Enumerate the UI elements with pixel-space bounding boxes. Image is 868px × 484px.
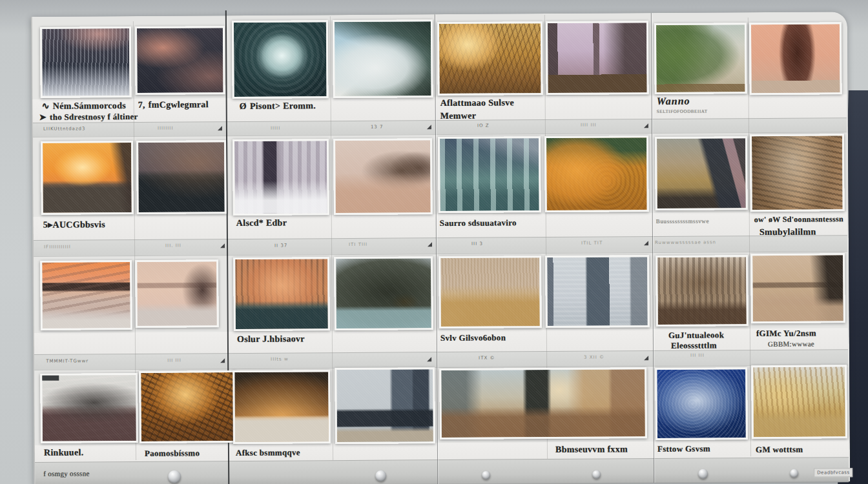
- photo-tag-chip: [42, 376, 59, 381]
- photo-caption: Paomosbíssmo: [145, 448, 200, 459]
- footer-text: IIIII: [271, 126, 280, 131]
- photo-thumbnail-sunset-snow-shore[interactable]: [40, 260, 132, 330]
- footer-text: ITI TIII: [349, 242, 367, 247]
- photo-caption: fGIMc Yu/2nsm: [756, 328, 816, 339]
- photo-thumbnail-industrial-chimney[interactable]: [546, 21, 649, 95]
- footer-text: TMMMIT-TGwwr: [46, 358, 88, 363]
- caption-text: tho Sdrestnosy f áltiner: [50, 112, 138, 122]
- footer-text: IIIIIIII: [158, 126, 174, 131]
- photo-caption: Memwer: [440, 111, 477, 121]
- corner-mark: [218, 126, 222, 130]
- photo-gallery-screen: ∿Ném.Sámmorcods ➤tho Sdrestnosy f áltine…: [0, 0, 868, 484]
- glyph-icon: 7,: [138, 100, 145, 110]
- photo-caption: Fsttow Gsvsm: [657, 444, 710, 455]
- pushpin[interactable]: [482, 471, 490, 479]
- footer-text: IFIIIIIIIIIII: [44, 245, 71, 250]
- photo-caption: Oslur J.hbisaovr: [237, 334, 305, 345]
- footer-text: III III: [167, 358, 181, 363]
- caption-text: fmCgwlegmral: [149, 99, 209, 110]
- photo-caption: Eleossstttlm: [671, 340, 717, 350]
- photo-thumbnail-fisheye-bridge[interactable]: [750, 134, 845, 212]
- photo-caption: GuJ'ntualeook: [668, 330, 724, 341]
- corner-mark: [644, 123, 648, 128]
- photo-caption: Alscd* Edbr: [236, 218, 287, 228]
- photo-thumbnail-sepia-grand-building[interactable]: [656, 255, 749, 327]
- photo-thumbnail-grey-skyscraper[interactable]: [545, 255, 650, 328]
- photo-thumbnail-autumn-forest-barn[interactable]: [655, 136, 748, 210]
- pushpin[interactable]: [375, 470, 386, 481]
- footer-text: 3 XII ©: [584, 355, 604, 360]
- footer-text: IIIts w: [271, 357, 289, 362]
- photo-thumbnail-grey-city-coast[interactable]: [335, 367, 435, 444]
- photo-caption: Afksc bsmmqqve: [236, 447, 300, 458]
- photo-thumbnail-sky-through-trees[interactable]: [333, 19, 433, 98]
- corner-mark: [427, 125, 431, 129]
- photo-thumbnail-dark-hill-lake[interactable]: [334, 256, 433, 330]
- pushpin[interactable]: [790, 469, 798, 478]
- bottom-right-label[interactable]: Deadbfvcass: [814, 468, 853, 477]
- photo-caption: Aflattmaao Sulsve: [440, 97, 514, 108]
- photo-thumbnail-dark-wave[interactable]: [136, 140, 227, 214]
- photo-caption: 7,fmCgwlegmral: [138, 99, 209, 110]
- footer-text: 13 7: [371, 125, 384, 130]
- corner-mark: [220, 358, 225, 363]
- gallery-board-tilt: ∿Ném.Sámmorcods ➤tho Sdrestnosy f áltine…: [0, 0, 868, 484]
- photo-thumbnail-deep-blue-water[interactable]: [655, 367, 748, 440]
- footer-text: ITIL TIT: [581, 241, 603, 246]
- photo-caption: Svlv Gilsvo6obon: [440, 332, 506, 343]
- photo-thumbnail-misty-hill-field[interactable]: [40, 373, 138, 443]
- photo-thumbnail-orange-ocean-sunset[interactable]: [41, 141, 134, 215]
- footer-text: IO Z: [477, 123, 490, 128]
- photo-thumbnail-teal-swirl[interactable]: [232, 20, 329, 99]
- pushpin[interactable]: [168, 470, 181, 483]
- photo-thumbnail-autumn-orange-trees[interactable]: [544, 136, 649, 212]
- photo-caption: Rinkuuel.: [44, 447, 84, 458]
- photo-thumbnail-lone-tree-pink-sky[interactable]: [749, 22, 842, 95]
- footer-text: LIIKUttntdazd3: [43, 126, 86, 131]
- photo-thumbnail-teal-lake-reflections[interactable]: [438, 136, 541, 213]
- corner-mark: [220, 243, 225, 248]
- footer-text: IIII III: [581, 123, 597, 128]
- photo-thumbnail-green-cliff-trees[interactable]: [654, 23, 747, 94]
- photo-caption: Wanno: [657, 96, 690, 107]
- photo-thumbnail-misty-skyline[interactable]: [232, 139, 329, 216]
- photo-caption-sub: GBBM:wwwae: [768, 340, 814, 348]
- photo-caption: GM wotttsm: [756, 445, 803, 455]
- footer-text: ITX ©: [479, 356, 495, 361]
- pushpin[interactable]: [592, 470, 601, 479]
- photo-caption-sub: SELTIFOFOODBEIIAT: [657, 109, 708, 114]
- footer-text: III 3: [471, 241, 483, 247]
- photo-thumbnail-grass-field-texture[interactable]: [439, 256, 542, 328]
- corner-mark: [427, 357, 431, 361]
- bottom-bar-text: f osmgy osssne: [43, 469, 90, 477]
- photo-caption: ow' øW Sd'oonnasntesssn: [754, 214, 843, 225]
- photo-thumbnail-autumn-branch-glow[interactable]: [139, 370, 236, 443]
- photo-caption: Bbmseuvvm fxxm: [555, 444, 628, 455]
- photo-caption: Buussssssssmssvwe: [656, 218, 709, 225]
- footer-text: Ruwwwwsssssae assn: [655, 239, 716, 245]
- photo-thumbnail-pink-coast-rocks[interactable]: [333, 138, 433, 215]
- photo-thumbnail-storm-rain-clouds[interactable]: [40, 26, 132, 98]
- photo-caption: ∿Ném.Sámmorcods: [42, 100, 126, 112]
- photo-thumbnail-orange-arch-pool[interactable]: [233, 257, 330, 331]
- bottom-bar: [35, 457, 849, 484]
- slashed-o-icon: Ø: [240, 101, 247, 112]
- footer-text: II 37: [274, 243, 287, 248]
- footer-text: III. III: [165, 243, 181, 248]
- photo-caption: ØPisont> Eromm.: [240, 101, 316, 112]
- corner-mark: [644, 241, 648, 245]
- photo-caption: Smubylalilmn: [760, 227, 816, 238]
- photo-thumbnail-flooded-street-panorama[interactable]: [439, 367, 647, 439]
- photo-thumbnail-golden-trees[interactable]: [437, 21, 543, 96]
- photo-thumbnail-golden-autumn-trees[interactable]: [751, 365, 847, 439]
- corner-mark: [644, 356, 648, 360]
- caption-text: Ném.Sámmorcods: [53, 101, 126, 111]
- photo-thumbnail-pink-dark-clouds[interactable]: [135, 26, 225, 95]
- photo-thumbnail-pale-sunset-spires[interactable]: [135, 259, 219, 328]
- squiggle-icon: ∿: [42, 101, 50, 112]
- footer-text: III III: [690, 353, 705, 358]
- photo-thumbnail-sepia-bridge-waterfront[interactable]: [750, 253, 845, 323]
- pushpin[interactable]: [698, 469, 708, 479]
- corner-mark: [428, 242, 432, 247]
- photo-thumbnail-dark-horizon-glow[interactable]: [232, 370, 331, 444]
